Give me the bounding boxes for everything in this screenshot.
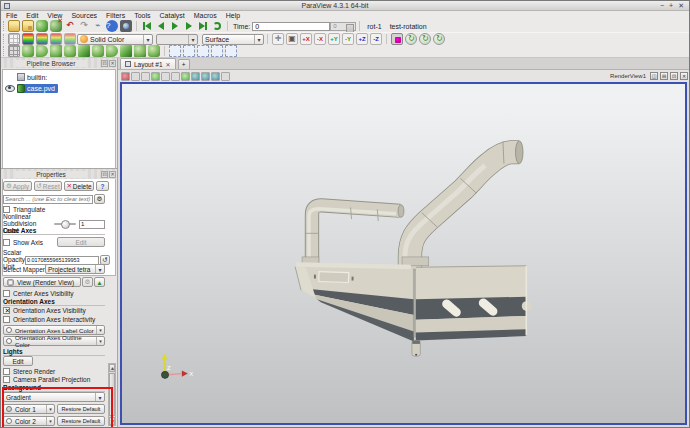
mapper-combo[interactable]: Projected tetra bbox=[45, 264, 105, 274]
next-frame-icon[interactable] bbox=[183, 20, 195, 32]
macro-test-rotation-button[interactable]: test-rotation bbox=[386, 22, 431, 31]
show-axis-checkbox[interactable] bbox=[3, 239, 10, 246]
detach-view-icon[interactable]: ⊡ bbox=[670, 72, 678, 80]
glyph-icon[interactable] bbox=[92, 45, 104, 57]
scroll-down-icon[interactable]: ▼ bbox=[109, 417, 115, 425]
rotate-90-cw-icon[interactable] bbox=[405, 33, 417, 45]
visibility-eye-icon[interactable] bbox=[5, 85, 15, 92]
load-state-icon[interactable] bbox=[22, 20, 34, 32]
camera-undo-icon[interactable]: ⌁ bbox=[92, 20, 104, 32]
titlebar[interactable]: ParaView 4.3.1 64-bit − + ✕ bbox=[1, 1, 689, 11]
camera-parallel-projection-checkbox[interactable] bbox=[3, 376, 10, 383]
macro-rot-1-button[interactable]: rot-1 bbox=[363, 22, 385, 31]
copy-state-icon[interactable]: ▲ bbox=[94, 277, 105, 287]
oa-label-color-button[interactable]: Orientation Axes Label Color bbox=[15, 327, 94, 334]
threshold-icon[interactable] bbox=[64, 45, 76, 57]
component-combo[interactable] bbox=[156, 34, 198, 45]
first-frame-icon[interactable] bbox=[141, 20, 153, 32]
extract-level-icon[interactable] bbox=[148, 45, 160, 57]
scroll-up-icon[interactable]: ▲ bbox=[109, 364, 115, 372]
redo-icon[interactable]: ↷ bbox=[78, 20, 90, 32]
menu-filters[interactable]: Filters bbox=[106, 12, 125, 19]
chevron-down-icon[interactable] bbox=[96, 326, 104, 334]
set-view-minus-x-icon[interactable]: -X bbox=[314, 33, 326, 45]
maximize-button[interactable]: + bbox=[669, 1, 673, 10]
set-view-minus-z-icon[interactable]: -Z bbox=[370, 33, 382, 45]
set-view-plus-y-icon[interactable]: +Y bbox=[328, 33, 340, 45]
select-points-through-icon[interactable] bbox=[211, 45, 223, 57]
split-horizontal-icon[interactable]: ◫ bbox=[650, 72, 658, 80]
calculator-icon[interactable] bbox=[8, 45, 20, 57]
zoom-to-data-icon[interactable]: ▣ bbox=[286, 33, 298, 45]
reset-camera-icon[interactable]: ✛ bbox=[272, 33, 284, 45]
close-panel-icon[interactable]: ✕ bbox=[109, 60, 116, 67]
zoom-to-data-icon[interactable] bbox=[171, 72, 180, 81]
lights-edit-button[interactable]: Edit bbox=[3, 356, 33, 366]
reset-rotation-icon[interactable] bbox=[433, 33, 445, 45]
slice-icon[interactable] bbox=[50, 45, 62, 57]
split-vertical-icon[interactable]: ⊟ bbox=[660, 72, 668, 80]
nonlinear-slider[interactable] bbox=[54, 223, 76, 225]
float-panel-icon[interactable]: ⊡ bbox=[101, 171, 108, 178]
search-input[interactable] bbox=[3, 195, 93, 204]
menu-help[interactable]: Help bbox=[226, 12, 240, 19]
set-view-plus-x-icon[interactable]: +X bbox=[300, 33, 312, 45]
menu-file[interactable]: File bbox=[6, 12, 17, 19]
set-view-minus-y-icon[interactable]: -Y bbox=[342, 33, 354, 45]
properties-scrollbar[interactable]: ▲ ▼ bbox=[108, 363, 116, 426]
3d-model-canvas[interactable]: Z X bbox=[122, 84, 685, 423]
selected-source[interactable]: case.pvd bbox=[17, 84, 58, 93]
menu-tools[interactable]: Tools bbox=[134, 12, 150, 19]
pick-center-icon[interactable] bbox=[211, 72, 220, 81]
color1-restore-default-button[interactable]: Restore Default bbox=[57, 404, 105, 414]
menu-sources[interactable]: Sources bbox=[71, 12, 97, 19]
disconnect-icon[interactable] bbox=[50, 20, 62, 32]
clip-icon[interactable] bbox=[36, 45, 48, 57]
view-options-icon[interactable]: ⚙ bbox=[82, 277, 93, 287]
background-gradient-combo[interactable]: Gradient bbox=[3, 392, 105, 402]
color-by-combo[interactable]: Solid Color bbox=[77, 34, 153, 45]
apply-button[interactable]: ⚙Apply bbox=[3, 181, 32, 191]
set-view-direction-icon[interactable] bbox=[181, 72, 190, 81]
extract-subset-icon[interactable] bbox=[78, 45, 90, 57]
search-options-icon[interactable]: ⚙ bbox=[94, 194, 105, 204]
chevron-down-icon[interactable] bbox=[46, 405, 54, 413]
view-section-button[interactable]: View (Render View) bbox=[3, 277, 81, 287]
cube-axes-edit-button[interactable]: Edit bbox=[57, 237, 105, 247]
rescale-to-data-range-icon[interactable] bbox=[50, 33, 62, 45]
show-center-axes-icon[interactable] bbox=[221, 72, 230, 81]
rotate-90-ccw-icon[interactable] bbox=[419, 33, 431, 45]
reset-button[interactable]: ↺Reset bbox=[34, 181, 62, 191]
stream-tracer-icon[interactable] bbox=[106, 45, 118, 57]
scroll-thumb[interactable] bbox=[109, 373, 115, 416]
rescale-custom-range-icon[interactable] bbox=[64, 33, 76, 45]
adjust-camera-icon[interactable] bbox=[391, 33, 403, 45]
last-frame-icon[interactable] bbox=[197, 20, 209, 32]
warp-by-vector-icon[interactable] bbox=[120, 45, 132, 57]
render-view[interactable]: Z X bbox=[120, 82, 687, 425]
representation-combo[interactable]: Surface bbox=[202, 34, 264, 45]
capture-screenshot-icon[interactable] bbox=[120, 20, 132, 32]
spreadsheet-icon[interactable] bbox=[8, 33, 20, 45]
select-cells-on-icon[interactable] bbox=[169, 45, 181, 57]
time-input[interactable] bbox=[252, 22, 330, 31]
edit-color-map-icon[interactable] bbox=[36, 33, 48, 45]
menu-catalyst[interactable]: Catalyst bbox=[159, 12, 184, 19]
menu-macros[interactable]: Macros bbox=[194, 12, 217, 19]
color2-restore-default-button[interactable]: Restore Default bbox=[57, 416, 105, 426]
pipeline-server-row[interactable]: builtin: bbox=[3, 72, 115, 82]
contour-icon[interactable] bbox=[22, 45, 34, 57]
loop-icon[interactable] bbox=[211, 20, 223, 32]
close-view-icon[interactable]: ✕ bbox=[680, 72, 688, 80]
menu-edit[interactable]: Edit bbox=[26, 12, 38, 19]
rotate-clockwise-icon[interactable] bbox=[191, 72, 200, 81]
camera-redo-icon[interactable] bbox=[131, 72, 140, 81]
tab-layout-1[interactable]: Layout #1 ✕ bbox=[120, 58, 176, 69]
reset-camera-icon[interactable] bbox=[151, 72, 160, 81]
float-panel-icon[interactable]: ⊡ bbox=[101, 60, 108, 67]
camera-undo-icon[interactable] bbox=[121, 72, 130, 81]
interactive-select-icon[interactable] bbox=[225, 45, 237, 57]
stereo-render-checkbox[interactable] bbox=[3, 368, 10, 375]
chevron-down-icon[interactable] bbox=[46, 417, 54, 425]
minimize-button[interactable]: − bbox=[660, 1, 664, 10]
